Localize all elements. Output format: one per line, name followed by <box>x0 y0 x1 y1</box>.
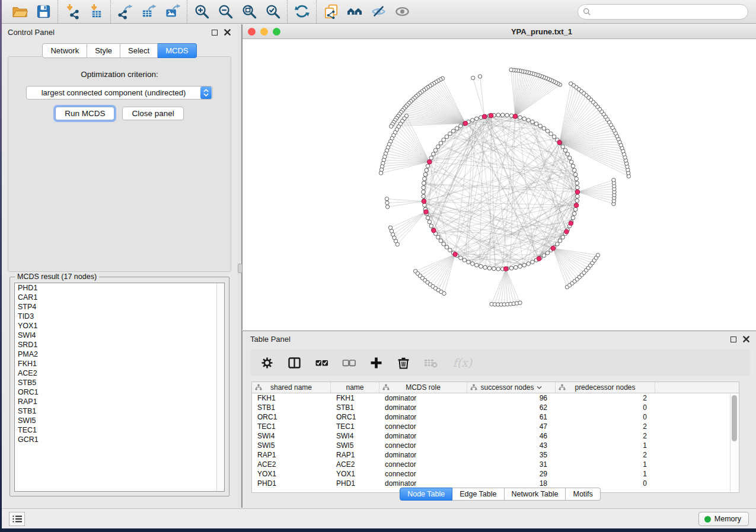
tab-network-table[interactable]: Network Table <box>505 488 566 501</box>
table-cell: 1 <box>556 441 655 450</box>
table-cell: TEC1 <box>252 422 331 431</box>
export-network-button[interactable] <box>113 2 137 22</box>
export-image-button[interactable] <box>161 2 184 22</box>
save-session-button[interactable] <box>31 2 55 22</box>
table-row[interactable]: RAP1RAP1dominator352 <box>252 450 739 460</box>
memory-button[interactable]: Memory <box>698 512 749 526</box>
tab-mcds[interactable]: MCDS <box>158 43 196 58</box>
criterion-dropdown[interactable]: largest connected component (undirected) <box>26 86 213 100</box>
table-options-button[interactable] <box>259 354 275 371</box>
zoom-selected-button[interactable] <box>261 2 285 22</box>
add-column-button[interactable] <box>368 354 384 371</box>
clone-network-button[interactable] <box>319 2 343 22</box>
mcds-result-item[interactable]: FKH1 <box>15 359 224 368</box>
search-field[interactable] <box>578 4 748 20</box>
mcds-result-item[interactable]: STB1 <box>15 406 224 416</box>
task-history-button[interactable] <box>9 512 25 526</box>
table-row[interactable]: FKH1FKH1dominator962 <box>252 393 739 403</box>
hide-selected-button[interactable] <box>366 2 390 22</box>
clone-network-icon <box>323 4 339 20</box>
table-cell: 29 <box>467 469 556 479</box>
mcds-result-item[interactable]: PHD1 <box>15 283 224 293</box>
mcds-result-item[interactable]: TID3 <box>15 312 224 321</box>
delete-column-icon <box>397 356 410 370</box>
zoom-in-button[interactable] <box>190 2 213 22</box>
refresh-layout-button[interactable] <box>290 2 314 22</box>
mcds-result-item[interactable]: STB5 <box>15 378 224 387</box>
sort-desc-icon <box>537 386 542 389</box>
table-row[interactable]: TEC1TEC1connector472 <box>252 422 739 431</box>
mcds-result-item[interactable]: YOX1 <box>15 321 224 331</box>
mcds-result-item[interactable]: PMA2 <box>15 350 224 359</box>
table-cell: YOX1 <box>252 469 331 479</box>
mcds-result-list[interactable]: PHD1CAR1STP4TID3YOX1SWI4SRD1PMA2FKH1ACE2… <box>14 283 225 492</box>
tab-style[interactable]: Style <box>87 43 120 58</box>
mcds-result-item[interactable]: TEC1 <box>15 425 224 435</box>
table-scrollbar-thumb[interactable] <box>732 395 737 441</box>
table-row[interactable]: SWI4SWI4dominator462 <box>252 431 739 441</box>
mcds-result-item[interactable]: SWI4 <box>15 331 224 340</box>
export-table-icon <box>141 4 157 20</box>
table-scrollbar[interactable] <box>730 394 738 492</box>
delete-column-button[interactable] <box>395 354 412 371</box>
tab-network[interactable]: Network <box>42 43 87 58</box>
export-table-button[interactable] <box>137 2 161 22</box>
column-header-successor-nodes[interactable]: successor nodes <box>467 382 556 393</box>
run-mcds-button[interactable]: Run MCDS <box>55 107 114 120</box>
network-view-window: YPA_prune.txt_1 <box>242 24 756 330</box>
close-panel-button[interactable]: Close panel <box>122 107 183 120</box>
select-all-button[interactable] <box>313 354 330 371</box>
column-header-shared-name[interactable]: shared name <box>252 382 331 393</box>
table-panel-title: Table Panel <box>250 335 291 344</box>
column-header-predecessor-nodes[interactable]: predecessor nodes <box>556 382 655 393</box>
panel-splitter[interactable] <box>237 24 242 508</box>
export-network-icon <box>117 4 133 20</box>
mcds-result-item[interactable]: ORC1 <box>15 387 224 397</box>
mcds-result-item[interactable]: STP4 <box>15 302 224 312</box>
mcds-result-item[interactable]: SRD1 <box>15 340 224 350</box>
float-panel-icon[interactable] <box>210 28 218 36</box>
zoom-out-button[interactable] <box>213 2 237 22</box>
minimize-window-icon[interactable] <box>260 28 268 36</box>
split-columns-button[interactable] <box>286 354 302 371</box>
import-network-button[interactable] <box>60 2 84 22</box>
table-row[interactable]: YOX1YOX1connector291 <box>252 469 739 479</box>
tab-edge-table[interactable]: Edge Table <box>452 488 504 501</box>
table-row[interactable]: SWI5SWI5connector431 <box>252 441 739 450</box>
network-view-title: YPA_prune.txt_1 <box>511 27 572 36</box>
close-window-icon[interactable] <box>248 28 256 36</box>
close-panel-icon[interactable] <box>224 28 231 36</box>
table-cell: 0 <box>556 479 655 488</box>
mcds-result-item[interactable]: RAP1 <box>15 397 224 406</box>
zoom-fit-button[interactable] <box>237 2 261 22</box>
table-cell: connector <box>379 469 467 479</box>
import-table-button[interactable] <box>84 2 108 22</box>
deselect-all-button[interactable] <box>340 354 357 371</box>
float-table-panel-icon[interactable] <box>729 335 737 343</box>
node-table[interactable]: shared namenameMCDS rolesuccessor nodesp… <box>251 382 739 493</box>
tab-motifs[interactable]: Motifs <box>566 488 600 501</box>
mcds-result-item[interactable]: CAR1 <box>15 293 224 302</box>
close-table-panel-icon[interactable] <box>742 335 750 343</box>
column-header-MCDS-role[interactable]: MCDS role <box>379 382 467 393</box>
tab-node-table[interactable]: Node Table <box>400 488 452 501</box>
zoom-window-icon[interactable] <box>273 28 280 36</box>
optimization-criterion-label: Optimization criterion: <box>8 70 231 79</box>
table-row[interactable]: PHD1PHD1dominator180 <box>252 479 739 488</box>
mcds-result-item[interactable]: GCR1 <box>15 435 224 444</box>
network-canvas[interactable] <box>243 39 756 330</box>
column-header-name[interactable]: name <box>331 382 379 393</box>
table-cell: SWI4 <box>331 431 379 441</box>
show-all-button[interactable] <box>390 2 414 22</box>
mcds-result-item[interactable]: SWI5 <box>15 416 224 425</box>
table-row[interactable]: STB1STB1dominator620 <box>252 403 739 412</box>
first-neighbors-button[interactable] <box>343 2 366 22</box>
mcds-list-scrollbar[interactable] <box>216 283 224 491</box>
search-input[interactable] <box>594 8 742 17</box>
mcds-result-group: MCDS result (17 nodes) PHD1CAR1STP4TID3Y… <box>9 277 229 496</box>
tab-select[interactable]: Select <box>120 43 158 58</box>
open-file-button[interactable] <box>8 2 31 22</box>
mcds-result-item[interactable]: ACE2 <box>15 368 224 378</box>
table-row[interactable]: ACE2ACE2connector311 <box>252 460 739 469</box>
table-row[interactable]: ORC1ORC1dominator610 <box>252 412 739 422</box>
